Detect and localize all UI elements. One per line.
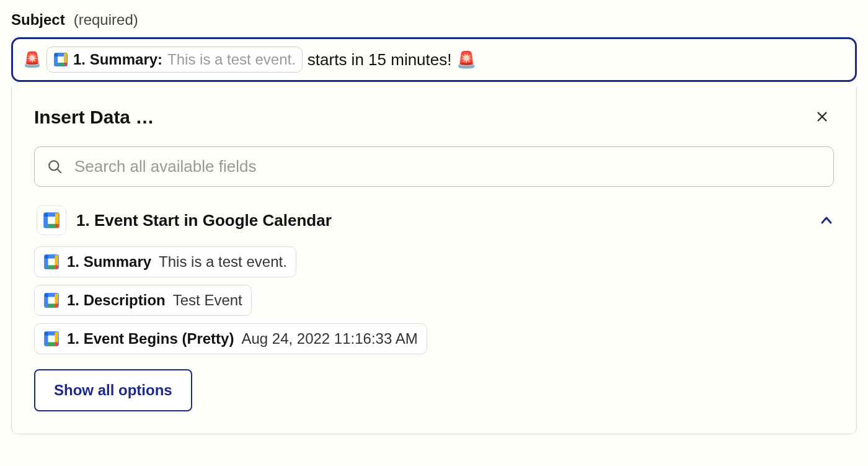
subject-field-pill[interactable]: 1. Summary: This is a test event. <box>46 47 303 73</box>
close-button[interactable] <box>810 105 834 129</box>
pill-field-value: This is a test event. <box>167 51 296 68</box>
pill-field-label: 1. Summary: <box>73 51 162 68</box>
field-value: Aug 24, 2022 11:16:33 AM <box>241 330 417 347</box>
show-all-options-button[interactable]: Show all options <box>34 369 192 411</box>
field-value: This is a test event. <box>159 253 287 271</box>
field-option-event-begins-pretty[interactable]: 1. Event Begins (Pretty) Aug 24, 2022 11… <box>34 323 427 354</box>
subject-label: Subject <box>11 11 65 29</box>
field-option-description[interactable]: 1. Description Test Event <box>34 285 252 316</box>
google-calendar-icon <box>43 254 60 270</box>
subject-input[interactable]: 🚨 1. Summary: This is a test event. star… <box>11 37 857 82</box>
google-calendar-icon <box>43 292 60 308</box>
source-icon-box <box>37 205 66 235</box>
siren-icon: 🚨 <box>23 52 42 67</box>
insert-data-panel: Insert Data … 1. Event Start in Google C… <box>11 87 857 434</box>
close-icon <box>815 110 829 123</box>
subject-required: (required) <box>74 11 138 29</box>
search-field-wrap[interactable] <box>34 146 834 187</box>
panel-title: Insert Data … <box>34 107 154 128</box>
subject-label-row: Subject (required) <box>11 11 857 29</box>
svg-point-9 <box>49 161 58 170</box>
chevron-up-icon <box>819 213 834 228</box>
field-value: Test Event <box>173 292 242 309</box>
subject-tail-text: starts in 15 minutes! 🚨 <box>308 50 476 69</box>
svg-line-10 <box>57 169 61 173</box>
search-input[interactable] <box>74 157 821 176</box>
field-name: 1. Event Begins (Pretty) <box>67 330 234 347</box>
search-icon <box>47 159 63 175</box>
google-calendar-icon <box>43 331 60 347</box>
fields-list: 1. Summary This is a test event. 1. Desc… <box>34 246 834 354</box>
google-calendar-icon <box>43 212 60 229</box>
source-title: 1. Event Start in Google Calendar <box>76 211 332 230</box>
show-all-label: Show all options <box>54 382 172 398</box>
data-source-header[interactable]: 1. Event Start in Google Calendar <box>34 205 834 235</box>
google-calendar-icon <box>53 52 68 67</box>
field-name: 1. Description <box>67 292 166 309</box>
field-option-summary[interactable]: 1. Summary This is a test event. <box>34 246 296 277</box>
field-name: 1. Summary <box>67 253 151 271</box>
